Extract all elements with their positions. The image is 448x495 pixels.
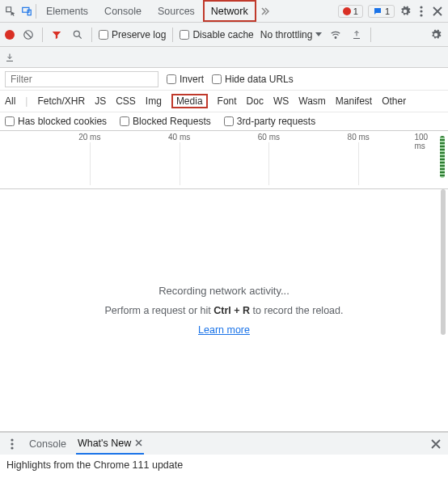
type-media[interactable]: Media <box>171 94 208 108</box>
type-wasm[interactable]: Wasm <box>298 95 326 107</box>
svg-point-7 <box>336 36 337 38</box>
tab-elements[interactable]: Elements <box>38 0 96 22</box>
drawer-kebab-icon[interactable] <box>5 434 19 455</box>
panel-scrollbar[interactable] <box>441 189 446 335</box>
separator <box>172 28 173 42</box>
extra-filter-row: Has blocked cookies Blocked Requests 3rd… <box>0 112 448 131</box>
timeline-overview[interactable]: 20 ms 40 ms 60 ms 80 ms 100 ms <box>0 131 448 189</box>
third-party-checkbox[interactable]: 3rd-party requests <box>224 116 315 127</box>
panel-tabs: Elements Console Sources Network <box>38 0 256 22</box>
filter-input[interactable] <box>5 71 158 87</box>
timeline-tick: 80 ms <box>348 133 370 142</box>
type-all[interactable]: All <box>5 95 15 107</box>
timeline-scrollbar[interactable] <box>440 136 445 178</box>
clear-icon[interactable] <box>21 24 36 45</box>
type-fetch-xhr[interactable]: Fetch/XHR <box>37 95 85 107</box>
recording-text: Recording network activity... <box>158 285 290 297</box>
svg-point-9 <box>11 442 13 445</box>
type-js[interactable]: JS <box>95 95 106 107</box>
network-toolbar: Preserve log Disable cache No throttling <box>0 23 448 47</box>
type-ws[interactable]: WS <box>273 95 289 107</box>
resource-type-filter: All | Fetch/XHR JS CSS Img Media Font Do… <box>0 91 448 112</box>
search-icon[interactable] <box>70 24 85 45</box>
separator <box>91 28 92 42</box>
invert-label: Invert <box>180 74 204 85</box>
filter-icon[interactable] <box>49 24 64 45</box>
throttling-select[interactable]: No throttling <box>260 29 323 40</box>
error-count: 1 <box>353 6 358 16</box>
throttling-value: No throttling <box>260 29 313 40</box>
tab-sources[interactable]: Sources <box>150 0 203 22</box>
timeline-tick: 100 ms <box>414 133 437 150</box>
hide-data-urls-checkbox[interactable]: Hide data URLs <box>212 74 294 85</box>
kebab-menu-icon[interactable] <box>414 1 429 22</box>
svg-point-8 <box>11 438 13 441</box>
drawer-content: Highlights from the Chrome 111 update <box>0 455 448 476</box>
separator <box>36 4 36 19</box>
close-tab-icon[interactable] <box>135 439 142 446</box>
drawer-tab-console[interactable]: Console <box>27 438 68 450</box>
disable-cache-label: Disable cache <box>192 29 253 40</box>
drawer-tab-whats-new[interactable]: What's New <box>76 433 144 455</box>
timeline-tick: 40 ms <box>168 133 190 142</box>
disable-cache-checkbox[interactable]: Disable cache <box>180 29 253 40</box>
import-har-icon[interactable] <box>349 24 364 45</box>
separator <box>42 28 43 42</box>
type-font[interactable]: Font <box>218 95 237 107</box>
devtools-top-bar: Elements Console Sources Network 1 1 <box>0 0 448 23</box>
blocked-cookies-checkbox[interactable]: Has blocked cookies <box>5 116 107 127</box>
type-img[interactable]: Img <box>146 95 162 107</box>
timeline-tick: 20 ms <box>78 133 100 142</box>
settings-icon[interactable] <box>398 1 412 22</box>
tab-network[interactable]: Network <box>203 0 256 22</box>
timeline-tick: 60 ms <box>258 133 280 142</box>
whats-new-headline: Highlights from the Chrome 111 update <box>6 459 183 471</box>
more-tabs-icon[interactable] <box>258 1 273 22</box>
tab-console[interactable]: Console <box>96 0 150 22</box>
record-button[interactable] <box>5 30 15 40</box>
separator <box>370 28 371 42</box>
caret-down-icon <box>315 32 322 36</box>
device-toolbar-icon[interactable] <box>19 1 34 22</box>
error-count-chip[interactable]: 1 <box>338 5 363 18</box>
inspect-icon[interactable] <box>3 1 18 22</box>
drawer-tab-bar: Console What's New <box>0 432 448 455</box>
svg-point-6 <box>74 31 79 36</box>
network-empty-state: Recording network activity... Perform a … <box>0 189 448 432</box>
hint-text: Perform a request or hit Ctrl + R to rec… <box>105 305 344 316</box>
preserve-log-label: Preserve log <box>112 29 166 40</box>
svg-point-10 <box>11 446 13 449</box>
invert-checkbox[interactable]: Invert <box>167 74 204 85</box>
filter-bar: Invert Hide data URLs <box>0 68 448 91</box>
message-count-chip[interactable]: 1 <box>368 5 395 18</box>
network-toolbar-row2 <box>0 47 448 68</box>
hide-data-urls-label: Hide data URLs <box>225 74 294 85</box>
export-har-icon[interactable] <box>5 52 15 63</box>
message-count: 1 <box>385 6 390 16</box>
svg-point-3 <box>420 10 422 12</box>
type-manifest[interactable]: Manifest <box>336 95 372 107</box>
blocked-requests-checkbox[interactable]: Blocked Requests <box>120 116 211 127</box>
svg-point-2 <box>420 6 422 8</box>
type-other[interactable]: Other <box>382 95 406 107</box>
svg-point-4 <box>420 14 422 16</box>
type-css[interactable]: CSS <box>116 95 136 107</box>
network-settings-icon[interactable] <box>429 24 443 45</box>
type-doc[interactable]: Doc <box>247 95 264 107</box>
close-devtools-icon[interactable] <box>430 1 445 22</box>
close-drawer-icon[interactable] <box>429 434 443 455</box>
preserve-log-checkbox[interactable]: Preserve log <box>99 29 166 40</box>
network-conditions-icon[interactable] <box>328 24 343 45</box>
learn-more-link[interactable]: Learn more <box>198 324 250 336</box>
